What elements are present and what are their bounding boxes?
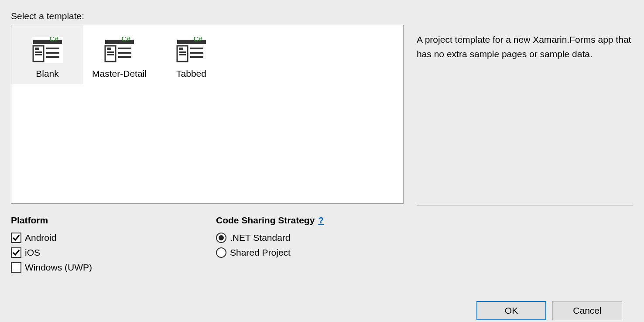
svg-text:C#: C#	[49, 37, 58, 43]
svg-text:C#: C#	[193, 37, 202, 43]
svg-rect-3	[35, 51, 42, 53]
csharp-page-icon: C#	[32, 37, 63, 63]
svg-rect-11	[107, 48, 111, 50]
select-template-label: Select a template:	[11, 11, 404, 21]
radio-shared-project[interactable]	[216, 247, 226, 258]
code-sharing-heading: Code Sharing Strategy ?	[216, 215, 633, 226]
svg-rect-2	[35, 48, 39, 50]
svg-rect-6	[46, 52, 59, 54]
svg-rect-23	[190, 48, 203, 49]
csharp-page-icon: C#	[104, 37, 135, 63]
svg-rect-21	[179, 51, 186, 53]
template-description: A project template for a new Xamarin.For…	[417, 33, 633, 61]
svg-rect-14	[118, 48, 131, 49]
help-link[interactable]: ?	[317, 215, 325, 226]
svg-rect-4	[35, 54, 42, 55]
checkbox-ios[interactable]	[11, 247, 21, 258]
checkbox-label: Android	[25, 233, 56, 243]
template-item-master-detail[interactable]: C# Master-Detail	[83, 25, 155, 84]
radio-label: .NET Standard	[230, 233, 291, 243]
platform-heading: Platform	[11, 215, 216, 226]
svg-text:C#: C#	[121, 37, 130, 43]
svg-rect-7	[46, 56, 59, 58]
template-item-tabbed[interactable]: C# Tabbed	[155, 25, 227, 84]
divider	[417, 205, 633, 206]
svg-rect-22	[179, 54, 186, 55]
cancel-button[interactable]: Cancel	[552, 301, 622, 320]
template-item-label: Tabbed	[176, 69, 206, 79]
checkbox-label: Windows (UWP)	[25, 262, 92, 273]
radio-net-standard[interactable]	[216, 233, 226, 243]
csharp-page-icon: C#	[176, 37, 207, 63]
template-item-label: Master-Detail	[92, 69, 147, 79]
radio-label: Shared Project	[230, 247, 291, 258]
template-item-label: Blank	[36, 69, 59, 79]
checkbox-android[interactable]	[11, 233, 21, 243]
ok-button[interactable]: OK	[476, 301, 546, 320]
svg-rect-20	[179, 48, 183, 50]
svg-rect-16	[118, 56, 131, 58]
checkbox-windows-uwp[interactable]	[11, 262, 21, 273]
template-item-blank[interactable]: C# Blank	[11, 25, 83, 84]
svg-rect-12	[107, 51, 114, 53]
svg-rect-13	[107, 54, 114, 55]
svg-rect-15	[118, 52, 131, 54]
svg-rect-24	[190, 52, 203, 54]
checkbox-label: iOS	[25, 247, 40, 258]
template-list: C# Blank	[11, 25, 404, 204]
svg-rect-5	[46, 48, 59, 49]
svg-rect-25	[190, 56, 203, 58]
